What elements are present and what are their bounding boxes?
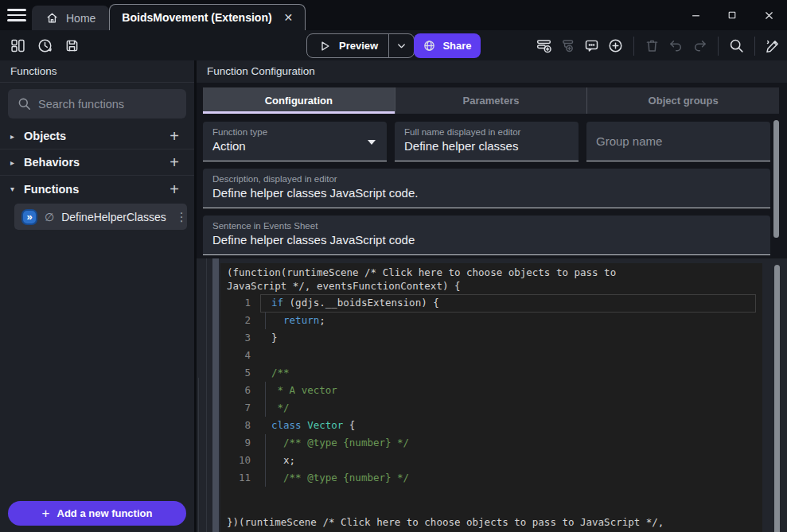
maximize-button[interactable] bbox=[714, 0, 750, 30]
sidebar-tree: ▸Objects+▸Behaviors+▾Functions+»∅DefineH… bbox=[0, 123, 194, 501]
sentence-label: Sentence in Events Sheet bbox=[212, 221, 761, 231]
search-functions-input[interactable] bbox=[8, 89, 186, 118]
share-label: Share bbox=[442, 40, 471, 52]
functions-sidebar: Functions ▸Objects+▸Behaviors+▾Functions… bbox=[0, 60, 197, 532]
add-behaviors-button[interactable]: + bbox=[165, 154, 184, 170]
function-configuration-panel: Function Configuration ConfigurationPara… bbox=[197, 60, 787, 532]
preview-button[interactable]: Preview bbox=[307, 34, 388, 57]
chevron-down-icon: ▾ bbox=[10, 184, 24, 193]
add-comment-icon[interactable] bbox=[583, 37, 600, 54]
tab-label: Configuration bbox=[265, 95, 333, 107]
tab-home[interactable]: Home bbox=[32, 6, 109, 30]
add-subevent-icon bbox=[559, 37, 576, 54]
code-token: /** bbox=[271, 367, 290, 379]
search-icon[interactable] bbox=[728, 37, 745, 54]
description-input[interactable] bbox=[212, 186, 761, 200]
line-number: 10 bbox=[220, 452, 262, 469]
add-new-function-label: Add a new function bbox=[57, 507, 153, 519]
code-token: Vector bbox=[307, 419, 343, 431]
minimize-button[interactable] bbox=[677, 0, 714, 30]
code-line[interactable]: 10 x; bbox=[220, 452, 762, 469]
code-line[interactable]: 4 bbox=[220, 347, 762, 364]
titlebar: Home BoidsMovement (Extension) ✕ bbox=[0, 0, 787, 30]
configuration-form: Function type Action Full name displayed… bbox=[197, 114, 787, 258]
description-field: Description, displayed in editor bbox=[203, 169, 770, 208]
sidebar-section-functions[interactable]: ▾Functions+ bbox=[0, 176, 194, 202]
form-scrollbar[interactable] bbox=[773, 120, 779, 238]
chevron-down-icon bbox=[395, 40, 407, 52]
add-circle-icon[interactable] bbox=[607, 37, 624, 54]
code-wrapper-header[interactable]: (function(runtimeScene /* Click here to … bbox=[220, 263, 762, 294]
share-button[interactable]: Share bbox=[414, 33, 481, 58]
tab-boidsmovement-extension[interactable]: BoidsMovement (Extension) ✕ bbox=[109, 4, 306, 30]
sidebar-section-behaviors[interactable]: ▸Behaviors+ bbox=[0, 150, 194, 176]
code-line-content: * A vector bbox=[262, 382, 337, 399]
code-line[interactable]: 6 * A vector bbox=[220, 382, 762, 399]
sentence-field: Sentence in Events Sheet bbox=[203, 216, 770, 255]
code-line-content: return; bbox=[262, 312, 325, 329]
close-window-button[interactable] bbox=[750, 0, 787, 30]
line-number: 4 bbox=[220, 347, 262, 364]
line-number: 11 bbox=[220, 469, 262, 487]
code-token bbox=[271, 314, 283, 326]
full-name-label: Full name displayed in editor bbox=[404, 127, 569, 137]
sentence-input[interactable] bbox=[212, 233, 761, 247]
save-icon[interactable] bbox=[64, 37, 80, 54]
add-objects-button[interactable]: + bbox=[165, 128, 184, 144]
code-line[interactable]: 8class Vector { bbox=[220, 417, 762, 434]
add-functions-button[interactable]: + bbox=[165, 181, 184, 197]
history-icon[interactable] bbox=[37, 37, 53, 54]
code-token: ; bbox=[319, 314, 325, 326]
tab-object-groups[interactable]: Object groups bbox=[586, 87, 779, 114]
code-line[interactable]: 3} bbox=[220, 329, 762, 347]
add-event-icon[interactable] bbox=[536, 37, 552, 54]
code-line[interactable]: 1if (gdjs.__boidsExtension) { bbox=[220, 294, 762, 312]
main-title: Function Configuration bbox=[197, 60, 787, 83]
tab-configuration[interactable]: Configuration bbox=[203, 87, 395, 114]
code-line-content: if (gdjs.__boidsExtension) { bbox=[262, 294, 439, 312]
code-editor-scrollbar[interactable] bbox=[774, 265, 780, 532]
full-name-input[interactable] bbox=[404, 139, 569, 153]
chevron-right-icon: ▸ bbox=[10, 132, 24, 141]
sidebar-title: Functions bbox=[0, 60, 194, 83]
sidebar-section-objects[interactable]: ▸Objects+ bbox=[0, 123, 194, 150]
code-token: */ bbox=[271, 402, 290, 414]
trash-icon bbox=[644, 37, 660, 54]
code-line-content: /** @type {number} */ bbox=[262, 469, 409, 487]
code-token: /** @type {number} */ bbox=[271, 472, 409, 483]
item-menu-icon[interactable]: ⋮ bbox=[173, 210, 190, 224]
code-line[interactable]: 5/** bbox=[220, 364, 762, 382]
javascript-code-editor[interactable]: (function(runtimeScene /* Click here to … bbox=[220, 263, 762, 532]
layout-icon[interactable] bbox=[10, 37, 26, 54]
preview-dropdown-button[interactable] bbox=[389, 34, 414, 57]
configuration-tabs: ConfigurationParametersObject groups bbox=[203, 87, 779, 114]
code-line[interactable]: 9 /** @type {number} */ bbox=[220, 434, 762, 452]
code-lines[interactable]: 1if (gdjs.__boidsExtension) {2 return;3}… bbox=[220, 294, 762, 487]
code-line[interactable]: 2 return; bbox=[220, 312, 762, 329]
menu-button[interactable] bbox=[7, 6, 26, 24]
event-indent-guide bbox=[198, 378, 199, 532]
plus-icon: + bbox=[42, 506, 50, 522]
code-line[interactable]: 7 */ bbox=[220, 399, 762, 417]
function-type-select[interactable]: Function type Action bbox=[203, 122, 387, 161]
sidebar-item-definehelperclasses[interactable]: »∅DefineHelperClasses⋮ bbox=[14, 204, 187, 230]
function-type-label: Function type bbox=[212, 127, 377, 137]
tab-parameters[interactable]: Parameters bbox=[395, 87, 587, 114]
group-name-field bbox=[586, 122, 770, 161]
function-type-value: Action bbox=[212, 139, 377, 153]
search-icon bbox=[17, 96, 32, 111]
event-drag-handle[interactable] bbox=[212, 258, 219, 532]
toolbar-divider bbox=[718, 37, 719, 56]
tab-close-icon[interactable]: ✕ bbox=[284, 11, 294, 24]
edit-code-icon[interactable] bbox=[765, 37, 781, 54]
line-number: 6 bbox=[220, 382, 262, 399]
group-name-input[interactable] bbox=[596, 134, 761, 148]
code-line-content: */ bbox=[262, 399, 290, 417]
sidebar-section-label: Objects bbox=[24, 130, 165, 142]
add-new-function-button[interactable]: + Add a new function bbox=[8, 501, 186, 526]
undo-icon bbox=[668, 37, 684, 54]
code-wrapper-footer[interactable]: })(runtimeScene /* Click here to choose … bbox=[220, 487, 762, 532]
code-line[interactable]: 11 /** @type {number} */ bbox=[220, 469, 762, 487]
sidebar-item-label: DefineHelperClasses bbox=[61, 211, 166, 223]
events-sheet: (function(runtimeScene /* Click here to … bbox=[197, 258, 787, 532]
